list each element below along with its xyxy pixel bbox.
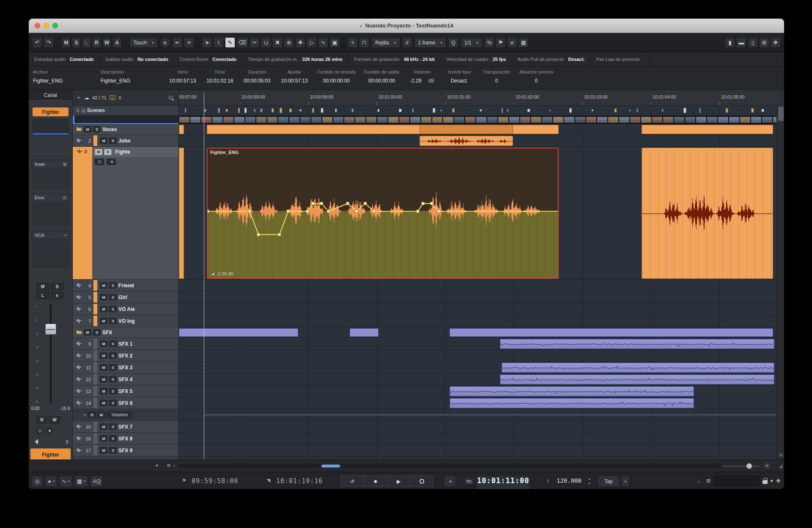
gear-icon[interactable]: ⚙: [167, 463, 171, 468]
track-row-sfx-2[interactable]: 10MSSFX 2: [73, 350, 178, 362]
color-tool-icon[interactable]: ▣: [329, 37, 340, 48]
edit-channel-button[interactable]: e: [160, 37, 170, 48]
mute-button[interactable]: M: [84, 126, 91, 132]
solo-button[interactable]: S: [109, 318, 117, 324]
inserts-slot[interactable]: [32, 170, 69, 189]
status-velocidad-de-cuadro[interactable]: Velocidad de cuadro25 fps: [441, 52, 512, 66]
tap-tempo-dropdown[interactable]: ▾: [621, 476, 630, 487]
track-row-scenes[interactable]: ⇅▤Scenes: [73, 106, 178, 116]
range-selection-tool-icon[interactable]: I: [214, 37, 224, 48]
audio-event[interactable]: [642, 148, 773, 279]
sfx-event-strip[interactable]: [179, 328, 298, 337]
grid-overlay-icon[interactable]: ▦: [518, 37, 529, 48]
sends-slot[interactable]: [32, 204, 69, 226]
solo-button[interactable]: S: [109, 447, 117, 454]
track-row-sfx-9[interactable]: 17MSSFX 9: [73, 445, 178, 456]
audio-performance-button[interactable]: ∿▾: [59, 476, 72, 487]
audio-event-strip[interactable]: [179, 125, 184, 134]
automation-line[interactable]: [204, 415, 776, 415]
track-row-sfx-1[interactable]: 9MSSFX 1: [73, 338, 178, 350]
tap-tempo-button[interactable]: Tap: [598, 476, 620, 487]
status-tiempo-de-grabaci-n-m[interactable]: Tiempo de grabación m.326 horas 26 mins: [242, 52, 348, 66]
vca-slot[interactable]: [32, 241, 69, 267]
status-entradas-audio[interactable]: Entradas audioConectado: [29, 52, 100, 66]
timecode-format-badge[interactable]: TC: [464, 478, 474, 485]
state-button-a[interactable]: A: [112, 37, 121, 48]
track-row-sfx-3[interactable]: 11MSSFX 3: [73, 362, 178, 374]
zoom-window-button[interactable]: [52, 23, 58, 28]
status-formato-de-grabaci-n[interactable]: Formato de grabación48 kHz - 24 bit: [348, 52, 441, 66]
mute-button[interactable]: M: [100, 318, 107, 324]
solo-button[interactable]: S: [109, 341, 117, 347]
track-row-sfx-8[interactable]: 16MSSFX 8: [73, 433, 178, 445]
zoom-slider-track[interactable]: [722, 466, 760, 467]
playhead-cursor[interactable]: [204, 92, 204, 459]
solo-button[interactable]: S: [109, 364, 117, 371]
channel-solo-button[interactable]: S: [51, 283, 63, 290]
info-field-ajustar[interactable]: Ajustar10:00:57:13: [276, 66, 313, 89]
draw-tool-icon[interactable]: ✎: [225, 37, 235, 48]
list-icon[interactable]: ≡: [118, 95, 121, 101]
solo-button[interactable]: S: [109, 282, 117, 289]
edit-channel-icon[interactable]: e: [507, 37, 517, 48]
play-tool-icon[interactable]: ▷: [307, 37, 317, 48]
track-row-volumen[interactable]: ∿RWVolumen: [73, 409, 178, 421]
insert-mode-icon[interactable]: ≡: [184, 37, 194, 48]
audio-event-strip[interactable]: [420, 125, 513, 134]
scroll-left-icon[interactable]: ‹: [173, 463, 175, 468]
write-button[interactable]: W: [97, 412, 105, 418]
mute-button[interactable]: M: [100, 352, 107, 359]
mute-button[interactable]: M: [100, 364, 107, 371]
track-row-voces[interactable]: MSVoces: [73, 124, 178, 135]
snap-type-select[interactable]: Rejilla ▾: [371, 37, 400, 48]
mute-button[interactable]: M: [100, 447, 107, 454]
record-mode-button[interactable]: ●▾: [45, 476, 57, 487]
info-field-invertir-fase[interactable]: Invertir faseDesact.: [441, 66, 478, 89]
filter-icon[interactable]: ▤: [81, 108, 85, 113]
tempo-value[interactable]: 120.000: [557, 477, 582, 484]
left-zone-toggle-icon[interactable]: ▮: [725, 37, 735, 48]
solo-button[interactable]: S: [109, 424, 117, 430]
sort-icon[interactable]: ⇅: [76, 108, 80, 113]
primary-time-display[interactable]: 10:01:11:00: [477, 476, 529, 490]
zoom-tool-icon[interactable]: ⊕: [284, 37, 294, 48]
solo-button[interactable]: S: [104, 149, 112, 155]
mute-button[interactable]: M: [100, 435, 107, 442]
channel-mute-button[interactable]: M: [36, 283, 49, 290]
horizontal-scroll-track[interactable]: [179, 464, 721, 468]
quantize-select[interactable]: 1/1 ▾: [461, 37, 482, 48]
state-button-s[interactable]: S: [72, 37, 81, 48]
channel-tab[interactable]: Canal: [29, 90, 72, 101]
channel-edit-button[interactable]: e: [51, 292, 63, 299]
info-field-afinaci-n-precisa[interactable]: Afinación precisa0: [515, 66, 557, 89]
glue-tool-icon[interactable]: ⊔: [261, 37, 271, 48]
quantize-icon[interactable]: Q: [448, 37, 458, 48]
mute-button[interactable]: M: [100, 138, 107, 144]
track-row-hidden[interactable]: [73, 116, 178, 124]
mute-button[interactable]: M: [95, 149, 102, 155]
auto-scroll-icon[interactable]: ⇤: [173, 37, 183, 48]
mute-button[interactable]: M: [84, 329, 91, 336]
metronome-icon[interactable]: ♩: [697, 478, 703, 484]
solo-button[interactable]: S: [109, 388, 117, 394]
mute-button[interactable]: M: [100, 294, 107, 300]
monitor-button[interactable]: [107, 159, 116, 165]
monitor-button[interactable]: [46, 427, 52, 434]
zoom-in-button[interactable]: ＋: [763, 462, 771, 469]
vca-button[interactable]: VCA ⇥: [32, 231, 69, 239]
track-row-girl[interactable]: 5MSGirl: [73, 292, 178, 303]
write-automation-button[interactable]: W: [49, 416, 60, 424]
record-enable-button[interactable]: [36, 427, 43, 434]
sfx-audio-event[interactable]: [450, 386, 694, 396]
mute-button[interactable]: M: [100, 341, 107, 347]
mute-button[interactable]: M: [100, 424, 107, 430]
lower-zone-toggle-icon[interactable]: ▬: [736, 37, 746, 48]
right-zone-toggle-icon[interactable]: ▯: [748, 37, 758, 48]
inserts-button[interactable]: Inser. ▦: [32, 160, 69, 168]
info-field-transposici-n[interactable]: Transposición0: [478, 66, 515, 89]
mute-button[interactable]: M: [100, 306, 107, 312]
sfx-audio-event[interactable]: [500, 339, 774, 349]
read-automation-button[interactable]: R: [36, 416, 47, 424]
tempo-stepper[interactable]: ▲▼: [588, 476, 591, 486]
track-row-sfx-4[interactable]: 12MSSFX 4: [73, 374, 178, 385]
